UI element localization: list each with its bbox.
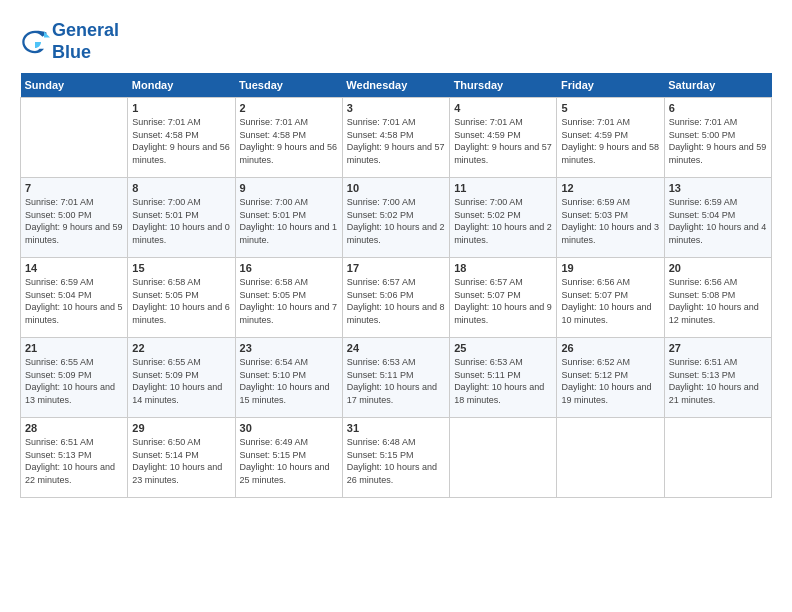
calendar-cell: 20Sunrise: 6:56 AMSunset: 5:08 PMDayligh…	[664, 258, 771, 338]
calendar-cell: 25Sunrise: 6:53 AMSunset: 5:11 PMDayligh…	[450, 338, 557, 418]
calendar-cell: 28Sunrise: 6:51 AMSunset: 5:13 PMDayligh…	[21, 418, 128, 498]
week-row-2: 7Sunrise: 7:01 AMSunset: 5:00 PMDaylight…	[21, 178, 772, 258]
calendar-cell: 4Sunrise: 7:01 AMSunset: 4:59 PMDaylight…	[450, 98, 557, 178]
day-info: Sunrise: 7:01 AMSunset: 4:58 PMDaylight:…	[347, 116, 445, 166]
calendar-cell: 21Sunrise: 6:55 AMSunset: 5:09 PMDayligh…	[21, 338, 128, 418]
day-number: 15	[132, 262, 230, 274]
day-info: Sunrise: 6:51 AMSunset: 5:13 PMDaylight:…	[669, 356, 767, 406]
calendar-cell: 26Sunrise: 6:52 AMSunset: 5:12 PMDayligh…	[557, 338, 664, 418]
day-info: Sunrise: 6:57 AMSunset: 5:06 PMDaylight:…	[347, 276, 445, 326]
day-number: 3	[347, 102, 445, 114]
day-info: Sunrise: 7:01 AMSunset: 4:59 PMDaylight:…	[561, 116, 659, 166]
day-info: Sunrise: 6:48 AMSunset: 5:15 PMDaylight:…	[347, 436, 445, 486]
day-info: Sunrise: 6:55 AMSunset: 5:09 PMDaylight:…	[25, 356, 123, 406]
calendar-cell: 12Sunrise: 6:59 AMSunset: 5:03 PMDayligh…	[557, 178, 664, 258]
header-saturday: Saturday	[664, 73, 771, 98]
day-number: 24	[347, 342, 445, 354]
calendar-cell: 19Sunrise: 6:56 AMSunset: 5:07 PMDayligh…	[557, 258, 664, 338]
day-info: Sunrise: 6:49 AMSunset: 5:15 PMDaylight:…	[240, 436, 338, 486]
header-thursday: Thursday	[450, 73, 557, 98]
day-number: 11	[454, 182, 552, 194]
calendar-cell: 7Sunrise: 7:01 AMSunset: 5:00 PMDaylight…	[21, 178, 128, 258]
day-info: Sunrise: 6:55 AMSunset: 5:09 PMDaylight:…	[132, 356, 230, 406]
logo-text: General Blue	[52, 20, 119, 63]
day-number: 17	[347, 262, 445, 274]
day-number: 10	[347, 182, 445, 194]
day-info: Sunrise: 6:59 AMSunset: 5:04 PMDaylight:…	[25, 276, 123, 326]
day-info: Sunrise: 6:57 AMSunset: 5:07 PMDaylight:…	[454, 276, 552, 326]
calendar-cell	[21, 98, 128, 178]
day-number: 1	[132, 102, 230, 114]
week-row-4: 21Sunrise: 6:55 AMSunset: 5:09 PMDayligh…	[21, 338, 772, 418]
calendar-cell: 8Sunrise: 7:00 AMSunset: 5:01 PMDaylight…	[128, 178, 235, 258]
day-info: Sunrise: 6:54 AMSunset: 5:10 PMDaylight:…	[240, 356, 338, 406]
calendar-cell	[664, 418, 771, 498]
day-info: Sunrise: 6:58 AMSunset: 5:05 PMDaylight:…	[132, 276, 230, 326]
day-number: 30	[240, 422, 338, 434]
day-info: Sunrise: 7:01 AMSunset: 4:58 PMDaylight:…	[132, 116, 230, 166]
day-info: Sunrise: 6:53 AMSunset: 5:11 PMDaylight:…	[454, 356, 552, 406]
calendar-cell: 11Sunrise: 7:00 AMSunset: 5:02 PMDayligh…	[450, 178, 557, 258]
day-info: Sunrise: 6:59 AMSunset: 5:03 PMDaylight:…	[561, 196, 659, 246]
day-number: 12	[561, 182, 659, 194]
day-number: 18	[454, 262, 552, 274]
day-info: Sunrise: 7:01 AMSunset: 5:00 PMDaylight:…	[25, 196, 123, 246]
calendar-cell: 5Sunrise: 7:01 AMSunset: 4:59 PMDaylight…	[557, 98, 664, 178]
calendar-cell: 17Sunrise: 6:57 AMSunset: 5:06 PMDayligh…	[342, 258, 449, 338]
day-number: 6	[669, 102, 767, 114]
day-number: 28	[25, 422, 123, 434]
day-number: 16	[240, 262, 338, 274]
calendar-cell: 1Sunrise: 7:01 AMSunset: 4:58 PMDaylight…	[128, 98, 235, 178]
calendar-cell: 24Sunrise: 6:53 AMSunset: 5:11 PMDayligh…	[342, 338, 449, 418]
day-number: 21	[25, 342, 123, 354]
day-info: Sunrise: 6:51 AMSunset: 5:13 PMDaylight:…	[25, 436, 123, 486]
calendar-cell: 27Sunrise: 6:51 AMSunset: 5:13 PMDayligh…	[664, 338, 771, 418]
day-number: 19	[561, 262, 659, 274]
header-monday: Monday	[128, 73, 235, 98]
week-row-1: 1Sunrise: 7:01 AMSunset: 4:58 PMDaylight…	[21, 98, 772, 178]
day-number: 23	[240, 342, 338, 354]
calendar-cell	[557, 418, 664, 498]
calendar-cell: 31Sunrise: 6:48 AMSunset: 5:15 PMDayligh…	[342, 418, 449, 498]
day-info: Sunrise: 6:56 AMSunset: 5:07 PMDaylight:…	[561, 276, 659, 326]
week-row-5: 28Sunrise: 6:51 AMSunset: 5:13 PMDayligh…	[21, 418, 772, 498]
header-row: SundayMondayTuesdayWednesdayThursdayFrid…	[21, 73, 772, 98]
day-number: 7	[25, 182, 123, 194]
day-number: 20	[669, 262, 767, 274]
calendar-table: SundayMondayTuesdayWednesdayThursdayFrid…	[20, 73, 772, 498]
calendar-cell	[450, 418, 557, 498]
day-number: 5	[561, 102, 659, 114]
day-number: 22	[132, 342, 230, 354]
day-number: 25	[454, 342, 552, 354]
day-number: 2	[240, 102, 338, 114]
day-info: Sunrise: 7:00 AMSunset: 5:01 PMDaylight:…	[132, 196, 230, 246]
calendar-cell: 14Sunrise: 6:59 AMSunset: 5:04 PMDayligh…	[21, 258, 128, 338]
day-info: Sunrise: 7:00 AMSunset: 5:02 PMDaylight:…	[347, 196, 445, 246]
logo: General Blue	[20, 20, 119, 63]
calendar-cell: 2Sunrise: 7:01 AMSunset: 4:58 PMDaylight…	[235, 98, 342, 178]
day-number: 4	[454, 102, 552, 114]
day-info: Sunrise: 6:56 AMSunset: 5:08 PMDaylight:…	[669, 276, 767, 326]
day-info: Sunrise: 6:50 AMSunset: 5:14 PMDaylight:…	[132, 436, 230, 486]
header-friday: Friday	[557, 73, 664, 98]
calendar-cell: 16Sunrise: 6:58 AMSunset: 5:05 PMDayligh…	[235, 258, 342, 338]
day-info: Sunrise: 6:59 AMSunset: 5:04 PMDaylight:…	[669, 196, 767, 246]
calendar-cell: 15Sunrise: 6:58 AMSunset: 5:05 PMDayligh…	[128, 258, 235, 338]
day-info: Sunrise: 7:00 AMSunset: 5:01 PMDaylight:…	[240, 196, 338, 246]
header-tuesday: Tuesday	[235, 73, 342, 98]
day-info: Sunrise: 7:01 AMSunset: 4:58 PMDaylight:…	[240, 116, 338, 166]
calendar-cell: 6Sunrise: 7:01 AMSunset: 5:00 PMDaylight…	[664, 98, 771, 178]
calendar-cell: 3Sunrise: 7:01 AMSunset: 4:58 PMDaylight…	[342, 98, 449, 178]
day-number: 27	[669, 342, 767, 354]
day-info: Sunrise: 6:52 AMSunset: 5:12 PMDaylight:…	[561, 356, 659, 406]
calendar-cell: 10Sunrise: 7:00 AMSunset: 5:02 PMDayligh…	[342, 178, 449, 258]
calendar-cell: 13Sunrise: 6:59 AMSunset: 5:04 PMDayligh…	[664, 178, 771, 258]
day-number: 29	[132, 422, 230, 434]
logo-icon	[20, 27, 50, 57]
calendar-cell: 9Sunrise: 7:00 AMSunset: 5:01 PMDaylight…	[235, 178, 342, 258]
day-info: Sunrise: 6:53 AMSunset: 5:11 PMDaylight:…	[347, 356, 445, 406]
header-wednesday: Wednesday	[342, 73, 449, 98]
calendar-cell: 29Sunrise: 6:50 AMSunset: 5:14 PMDayligh…	[128, 418, 235, 498]
day-number: 8	[132, 182, 230, 194]
day-info: Sunrise: 7:01 AMSunset: 5:00 PMDaylight:…	[669, 116, 767, 166]
